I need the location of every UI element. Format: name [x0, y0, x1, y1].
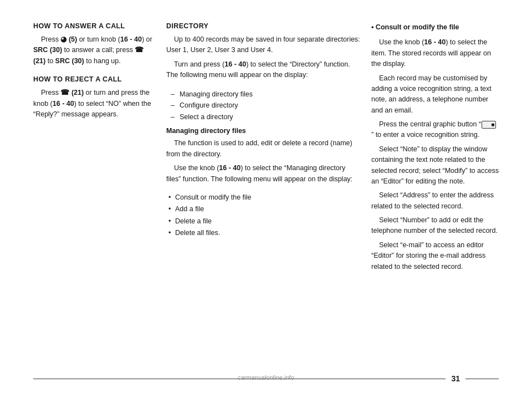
right-para-4: Select “Note” to display the window cont… — [371, 144, 499, 187]
managing-files-body: The function is used to add, edit or del… — [166, 138, 360, 185]
directory-dash-list: Managing directory files Configure direc… — [171, 89, 360, 123]
watermark: carmanualonline.info — [238, 374, 294, 381]
right-para-2: Each record may be customised by adding … — [371, 73, 499, 116]
directory-intro: Up to 400 records may be saved in four s… — [166, 34, 360, 81]
footer-line-right — [466, 379, 499, 379]
directory-intro-para: Up to 400 records may be saved in four s… — [166, 34, 360, 56]
key-16-40-mid: 16 - 40 — [224, 60, 246, 68]
right-para-3: Press the central graphic button “■” to … — [371, 119, 499, 141]
page-number: 31 — [446, 374, 466, 383]
dash-item-1: Managing directory files — [171, 89, 360, 100]
directory-title: DIRECTORY — [166, 22, 360, 30]
answer-para-1: Press ◕ (5) or turn knob (16 - 40) or SR… — [33, 34, 155, 67]
managing-files-para1: The function is used to add, edit or del… — [166, 138, 360, 160]
dash-item-2: Configure directory — [171, 100, 360, 111]
columns-wrapper: HOW TO ANSWER A CALL Press ◕ (5) or turn… — [33, 22, 499, 326]
col-left: HOW TO ANSWER A CALL Press ◕ (5) or turn… — [33, 22, 155, 326]
key-16-40-2: 16 - 40 — [53, 100, 74, 108]
key-src-30-1: SRC (30) — [33, 46, 62, 54]
right-column-body: • Consult or modify the file Use the kno… — [371, 22, 499, 272]
section-reject-body: Press ☎ (21) or turn and press the knob … — [33, 88, 155, 120]
page-container: HOW TO ANSWER A CALL Press ◕ (5) or turn… — [0, 0, 532, 393]
directory-turn-press: Turn and press (16 - 40) to select the “… — [166, 59, 360, 81]
section-answer-title: HOW TO ANSWER A CALL — [33, 22, 155, 30]
key-16-40-manage: 16 - 40 — [219, 164, 241, 172]
col-middle: DIRECTORY Up to 400 records may be saved… — [166, 22, 360, 326]
key-src-30-2: SRC (30) — [55, 57, 84, 65]
bullet-item-1: Consult or modify the file — [166, 192, 360, 203]
section-reject-title: HOW TO REJECT A CALL — [33, 75, 155, 83]
reject-para-1: Press ☎ (21) or turn and press the knob … — [33, 88, 155, 120]
right-para-5: Select “Address” to enter the address re… — [371, 190, 499, 212]
key-16-40-1: 16 - 40 — [120, 35, 142, 43]
managing-files-title: Managing directory files — [166, 127, 360, 135]
key-16-40-right: 16 - 40 — [424, 38, 446, 46]
section-answer-body: Press ◕ (5) or turn knob (16 - 40) or SR… — [33, 34, 155, 67]
right-para-1: Use the knob (16 - 40) to select the ite… — [371, 37, 499, 69]
graphic-btn-icon: ■ — [482, 121, 496, 129]
right-bullet-header: • Consult or modify the file — [371, 22, 499, 33]
bullet-item-4: Delete all files. — [166, 228, 360, 238]
managing-files-para2: Use the knob (16 - 40) to select the “Ma… — [166, 163, 360, 185]
dash-item-3: Select a directory — [171, 111, 360, 123]
managing-bullet-list: Consult or modify the file Add a file De… — [166, 192, 360, 239]
key-5: ◕ (5) — [60, 35, 77, 43]
bullet-item-2: Add a file — [166, 204, 360, 215]
section-reject-call: HOW TO REJECT A CALL Press ☎ (21) or tur… — [33, 75, 155, 120]
section-answer-call: HOW TO ANSWER A CALL Press ◕ (5) or turn… — [33, 22, 155, 67]
key-phone-21-2: ☎ (21) — [60, 89, 84, 96]
right-para-7: Select “e-mail” to access an editor “Edi… — [371, 240, 499, 272]
right-para-6: Select “Number” to add or edit the telep… — [371, 215, 499, 237]
col-right: • Consult or modify the file Use the kno… — [371, 22, 499, 326]
bullet-item-3: Delete a file — [166, 216, 360, 227]
